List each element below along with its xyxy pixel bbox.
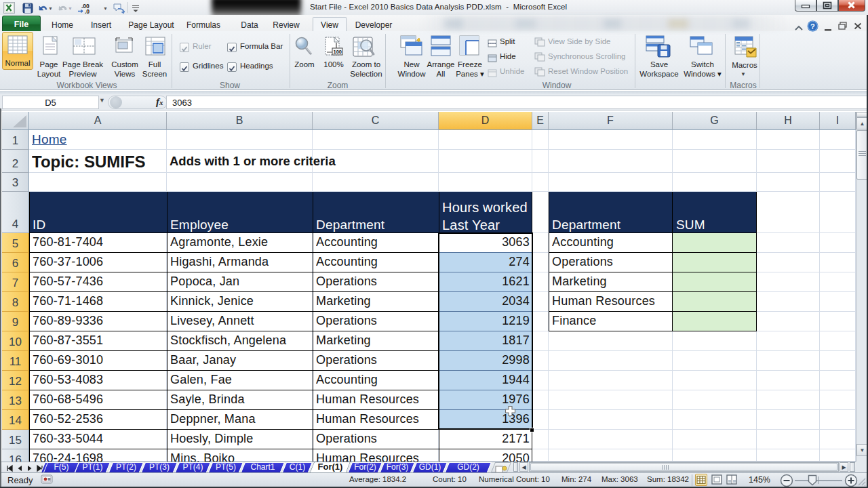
svg-text:.0: .0 [85,8,90,14]
svg-text:?: ? [810,22,815,30]
svg-text:100: 100 [334,49,342,55]
